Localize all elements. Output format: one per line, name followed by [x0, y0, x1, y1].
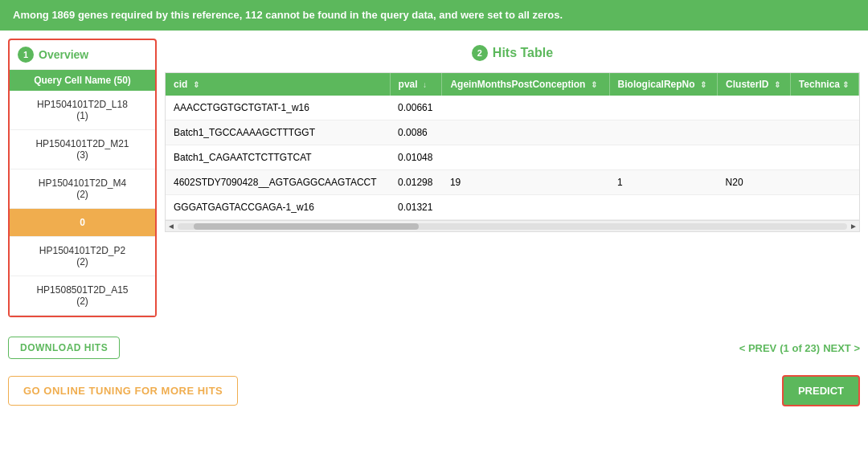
predict-button[interactable]: PREDICT: [782, 375, 860, 406]
hits-table: cid ⇕ pval ↓ AgeinMonthsPostConception ⇕…: [166, 73, 859, 220]
hits-panel: 2 Hits Table cid ⇕ pval ↓ AgeinMonthsPos…: [165, 39, 860, 317]
table-cell: [609, 96, 717, 120]
table-cell: GGGATGAGTACCGAGA-1_w16: [166, 195, 390, 220]
scroll-right-arrow[interactable]: ►: [850, 222, 858, 231]
col-age[interactable]: AgeinMonthsPostConception ⇕: [442, 73, 609, 96]
table-cell: [790, 170, 858, 195]
query-item-4[interactable]: HP1504101T2D_P2(2): [10, 237, 155, 276]
table-cell: Batch1_CAGAATCTCTTGTCAT: [166, 145, 390, 170]
overview-panel: 1 Overview Query Cell Name (50) HP150410…: [8, 39, 157, 317]
col-cluster[interactable]: ClusterID ⇕: [718, 73, 791, 96]
overview-header: 1 Overview: [10, 40, 155, 70]
table-cell: [442, 195, 609, 220]
col-cid[interactable]: cid ⇕: [166, 73, 390, 96]
table-cell: 0.00661: [390, 96, 442, 120]
table-cell: Batch1_TGCCAAAAGCTTTGGT: [166, 120, 390, 145]
overview-title: Overview: [39, 48, 88, 61]
scrollbar-thumb[interactable]: [194, 223, 419, 230]
download-bar: DOWNLOAD HITS < PREV (1 of 23) NEXT >: [0, 329, 868, 367]
table-cell: [609, 145, 717, 170]
footer-area: GO ONLINE TUNING FOR MORE HITS PREDICT: [0, 367, 868, 414]
table-cell: 0.01321: [390, 195, 442, 220]
table-cell: [442, 120, 609, 145]
go-online-button[interactable]: GO ONLINE TUNING FOR MORE HITS: [8, 376, 238, 406]
col-bio[interactable]: BiologicalRepNo ⇕: [609, 73, 717, 96]
col-pval[interactable]: pval ↓: [390, 73, 442, 96]
table-cell: 0.01048: [390, 145, 442, 170]
scroll-left-arrow[interactable]: ◄: [167, 222, 175, 231]
table-cell: [790, 145, 858, 170]
page-info: (1 of 23): [780, 342, 820, 354]
query-cell-header: Query Cell Name (50): [10, 70, 155, 91]
table-cell: 19: [442, 170, 609, 195]
table-cell: [790, 96, 858, 120]
table-cell: 4602STDY7090428__AGTGAGGCAAGTACCT: [166, 170, 390, 195]
table-cell: [790, 195, 858, 220]
query-item-5[interactable]: HP1508501T2D_A15(2): [10, 276, 155, 316]
table-cell: [442, 145, 609, 170]
query-item-0[interactable]: HP1504101T2D_L18(1): [10, 91, 155, 130]
table-cell: [718, 145, 791, 170]
hits-title: Hits Table: [493, 46, 553, 60]
table-row: Batch1_CAGAATCTCTTGTCAT0.01048: [166, 145, 859, 170]
horizontal-scrollbar[interactable]: ◄ ►: [165, 221, 860, 232]
scrollbar-track[interactable]: [178, 223, 847, 230]
page-container: Among 1869 genes required by this refere…: [0, 0, 868, 453]
prev-button[interactable]: < PREV: [739, 342, 777, 354]
table-row: AAACCTGGTGCTGTAT-1_w160.00661: [166, 96, 859, 120]
alert-banner: Among 1869 genes required by this refere…: [0, 0, 868, 31]
download-hits-button[interactable]: DOWNLOAD HITS: [8, 337, 120, 359]
table-row: GGGATGAGTACCGAGA-1_w160.01321: [166, 195, 859, 220]
table-row: 4602STDY7090428__AGTGAGGCAAGTACCT0.01298…: [166, 170, 859, 195]
table-cell: N20: [718, 170, 791, 195]
table-cell: [442, 96, 609, 120]
table-cell: [718, 96, 791, 120]
table-cell: [718, 120, 791, 145]
hits-table-container: cid ⇕ pval ↓ AgeinMonthsPostConception ⇕…: [165, 72, 860, 221]
table-row: Batch1_TGCCAAAAGCTTTGGT0.0086: [166, 120, 859, 145]
table-cell: [718, 195, 791, 220]
hits-table-header: 2 Hits Table: [165, 39, 860, 67]
table-cell: [609, 120, 717, 145]
table-cell: [790, 120, 858, 145]
overview-badge: 1: [18, 47, 34, 63]
table-cell: [609, 195, 717, 220]
table-cell: AAACCTGGTGCTGTAT-1_w16: [166, 96, 390, 120]
query-item-3[interactable]: 0: [10, 209, 155, 237]
hits-badge: 2: [472, 45, 488, 61]
pagination-area: < PREV (1 of 23) NEXT >: [739, 342, 860, 354]
next-button[interactable]: NEXT >: [823, 342, 860, 354]
table-cell: 0.01298: [390, 170, 442, 195]
table-cell: 1: [609, 170, 717, 195]
main-content: 1 Overview Query Cell Name (50) HP150410…: [0, 31, 868, 325]
alert-text: Among 1869 genes required by this refere…: [13, 9, 563, 21]
query-item-2[interactable]: HP1504101T2D_M4(2): [10, 169, 155, 209]
col-technical[interactable]: Technica⇕: [790, 73, 858, 96]
table-cell: 0.0086: [390, 120, 442, 145]
query-item-1[interactable]: HP1504101T2D_M21(3): [10, 130, 155, 169]
